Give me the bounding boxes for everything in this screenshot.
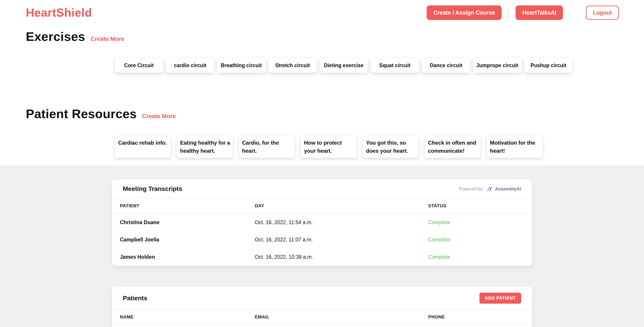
transcript-day: Oct. 16, 2022, 11:54 a.m. bbox=[255, 214, 428, 231]
patients-header: Patients ADD PATIENT bbox=[112, 286, 532, 309]
powered-by: Powered by: AssemblyAI bbox=[459, 186, 521, 192]
exercise-card[interactable]: Squat circuit bbox=[371, 58, 419, 73]
transcript-row: Christina Duane Oct. 16, 2022, 11:54 a.m… bbox=[112, 214, 532, 231]
exercise-card[interactable]: Stretch circuit bbox=[268, 58, 316, 73]
exercise-card-row: Core Circuit cardio circuit Breathing ci… bbox=[0, 58, 644, 73]
transcript-day: Oct. 16, 2022, 10:39 a.m. bbox=[255, 248, 428, 266]
patients-col-email: EMAIL bbox=[255, 309, 428, 325]
patient-row: John Harrison jh@test.com 4739275809 bbox=[112, 325, 532, 327]
exercise-card[interactable]: Dieting exercise bbox=[320, 58, 368, 73]
exercises-create-more-link[interactable]: Create More bbox=[90, 36, 124, 42]
patient-resources-create-more-link[interactable]: Create More bbox=[142, 113, 176, 120]
transcript-day: Oct. 16, 2022, 11:07 a.m. bbox=[255, 231, 428, 248]
patient-resources-title: Patient Resources bbox=[26, 106, 137, 121]
patient-resource-card[interactable]: Cardio, for the heart. bbox=[239, 136, 294, 158]
patients-col-name: NAME bbox=[112, 309, 255, 325]
logout-button[interactable]: Logout bbox=[586, 6, 619, 20]
meeting-transcripts-table: PATIENT DAY STATUS Christina Duane Oct. … bbox=[112, 198, 532, 266]
patient-resource-card[interactable]: You got this, so does your heart. bbox=[363, 136, 418, 158]
transcripts-col-status: STATUS bbox=[428, 198, 532, 214]
transcripts-header-row: PATIENT DAY STATUS bbox=[112, 198, 532, 214]
exercise-card[interactable]: Jumprope circuit bbox=[473, 58, 521, 73]
app-logo[interactable]: HeartShield bbox=[26, 6, 92, 19]
patient-name: John Harrison bbox=[112, 325, 255, 327]
lower-section: Meeting Transcripts Powered by: Assembly… bbox=[0, 165, 644, 327]
assemblyai-logo-icon bbox=[486, 186, 493, 192]
patient-resource-card[interactable]: Check in often and communicate! bbox=[425, 136, 480, 158]
meeting-transcripts-title: Meeting Transcripts bbox=[123, 185, 182, 192]
meeting-transcripts-header: Meeting Transcripts Powered by: Assembly… bbox=[112, 179, 532, 198]
transcripts-col-patient: PATIENT bbox=[112, 198, 255, 214]
exercise-card[interactable]: cardio circuit bbox=[166, 58, 214, 73]
exercise-card[interactable]: Core Circuit bbox=[115, 58, 163, 73]
patient-resource-card[interactable]: Cardiac rehab info. bbox=[115, 136, 171, 158]
patients-panel: Patients ADD PATIENT NAME EMAIL PHONE Jo… bbox=[112, 286, 532, 327]
hearttalksai-button[interactable]: HeartTalksAI bbox=[516, 6, 563, 20]
patient-resource-card[interactable]: Motivation for the heart! bbox=[487, 136, 542, 158]
transcript-patient-name: Christina Duane bbox=[112, 214, 255, 231]
patient-resource-card[interactable]: Eating healthy for a healthy heart. bbox=[177, 136, 233, 158]
assemblyai-brand-text: AssemblyAI bbox=[495, 186, 522, 192]
patient-email: jh@test.com bbox=[255, 325, 428, 327]
patient-resource-card[interactable]: How to protect your heart. bbox=[301, 136, 356, 158]
patients-col-phone: PHONE bbox=[428, 309, 532, 325]
transcript-row: James Holden Oct. 16, 2022, 10:39 a.m. C… bbox=[112, 248, 532, 266]
exercise-card[interactable]: Pushup circuit bbox=[524, 58, 572, 73]
meeting-transcripts-panel: Meeting Transcripts Powered by: Assembly… bbox=[112, 179, 532, 266]
transcript-patient-name: Campbell Joella bbox=[112, 231, 255, 248]
transcript-patient-name: James Holden bbox=[112, 248, 255, 266]
transcripts-col-day: DAY bbox=[255, 198, 428, 214]
top-header: HeartShield Create / Assign Course Heart… bbox=[0, 0, 644, 22]
transcript-row: Campbell Joella Oct. 16, 2022, 11:07 a.m… bbox=[112, 231, 532, 248]
transcript-status-link[interactable]: Complete bbox=[428, 214, 532, 231]
exercises-section-heading: Exercises Create More bbox=[0, 29, 644, 44]
transcript-status-link[interactable]: Complete bbox=[428, 248, 532, 266]
patients-title: Patients bbox=[123, 295, 147, 302]
patient-resources-section-heading: Patient Resources Create More bbox=[0, 106, 644, 121]
resource-card-row: Cardiac rehab info. Eating healthy for a… bbox=[0, 136, 644, 158]
create-assign-course-button[interactable]: Create / Assign Course bbox=[427, 6, 502, 20]
patient-phone: 4739275809 bbox=[428, 325, 532, 327]
transcript-status-link[interactable]: Complete bbox=[428, 231, 532, 248]
header-actions: Create / Assign Course HeartTalksAI Logo… bbox=[427, 5, 619, 20]
exercise-card[interactable]: Dance circuit bbox=[422, 58, 470, 73]
add-patient-button[interactable]: ADD PATIENT bbox=[480, 293, 521, 304]
exercises-title: Exercises bbox=[26, 29, 85, 44]
header-divider bbox=[508, 5, 509, 20]
patients-table: NAME EMAIL PHONE John Harrison jh@test.c… bbox=[112, 309, 532, 327]
powered-by-label: Powered by: bbox=[459, 186, 484, 192]
exercise-card[interactable]: Breathing circuit bbox=[217, 58, 265, 73]
patients-header-row: NAME EMAIL PHONE bbox=[112, 309, 532, 325]
